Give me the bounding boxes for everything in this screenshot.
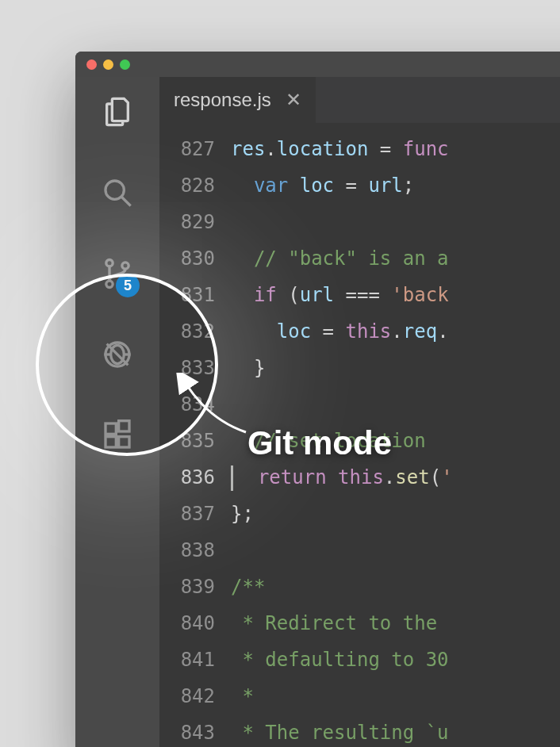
line-number: 837 <box>159 496 215 532</box>
extensions-icon <box>102 419 133 454</box>
code-line[interactable] <box>231 204 560 240</box>
window-fullscreen-button[interactable] <box>120 59 130 70</box>
code-line[interactable]: }; <box>231 496 560 532</box>
svg-point-0 <box>105 181 124 199</box>
line-number-gutter: 8278288298308318328338348358368378388398… <box>159 131 231 747</box>
debug-button[interactable] <box>100 339 135 374</box>
editor-window: 5 response.js ✕ 8278288298 <box>75 52 560 747</box>
line-number: 833 <box>159 350 215 386</box>
code-line[interactable]: return this.set(' <box>231 459 560 496</box>
code-line[interactable]: loc = this.req. <box>231 313 560 350</box>
svg-point-4 <box>122 262 128 269</box>
svg-point-2 <box>106 260 113 266</box>
line-number: 829 <box>159 204 215 240</box>
files-icon <box>102 96 133 131</box>
line-number: 832 <box>159 313 215 350</box>
line-number: 840 <box>159 605 215 642</box>
line-number: 843 <box>159 714 215 747</box>
svg-point-3 <box>106 281 113 287</box>
svg-rect-12 <box>119 437 129 447</box>
code-line[interactable]: if (url === 'back <box>231 277 560 313</box>
line-number: 828 <box>159 167 215 204</box>
search-icon <box>102 177 133 212</box>
editor-area: response.js ✕ 82782882983083183283383483… <box>159 77 560 747</box>
activity-bar: 5 <box>75 77 159 747</box>
source-control-button[interactable]: 5 <box>100 258 135 293</box>
code-line[interactable]: * <box>231 678 560 714</box>
line-number: 834 <box>159 386 215 423</box>
tab-bar: response.js ✕ <box>159 77 560 123</box>
code-editor[interactable]: 8278288298308318328338348358368378388398… <box>159 123 560 747</box>
line-number: 842 <box>159 678 215 714</box>
window-minimize-button[interactable] <box>103 59 113 70</box>
git-changes-badge: 5 <box>116 274 140 297</box>
line-number: 839 <box>159 569 215 605</box>
window-close-button[interactable] <box>86 59 97 70</box>
svg-rect-10 <box>105 423 116 434</box>
line-number: 827 <box>159 131 215 167</box>
line-number: 836 <box>159 459 215 496</box>
code-line[interactable]: } <box>231 350 560 386</box>
line-number: 838 <box>159 532 215 569</box>
svg-line-1 <box>121 197 131 206</box>
editor-tab[interactable]: response.js ✕ <box>159 77 316 123</box>
code-line[interactable]: // "back" is an a <box>231 240 560 277</box>
code-line[interactable] <box>231 386 560 423</box>
code-line[interactable]: * defaulting to 30 <box>231 642 560 678</box>
text-cursor <box>231 465 233 491</box>
line-number: 835 <box>159 423 215 459</box>
window-titlebar <box>75 52 560 77</box>
line-number: 830 <box>159 240 215 277</box>
code-line[interactable]: // set location <box>231 423 560 459</box>
tab-filename: response.js <box>174 89 271 111</box>
code-line[interactable]: var loc = url; <box>231 167 560 204</box>
extensions-button[interactable] <box>100 419 135 454</box>
line-number: 841 <box>159 642 215 678</box>
code-line[interactable] <box>231 532 560 569</box>
search-button[interactable] <box>100 177 135 212</box>
svg-rect-13 <box>119 421 129 431</box>
code-content[interactable]: res.location = func var loc = url; // "b… <box>231 131 560 747</box>
close-icon[interactable]: ✕ <box>286 89 301 111</box>
explorer-button[interactable] <box>100 96 135 131</box>
svg-rect-11 <box>105 437 116 447</box>
code-line[interactable]: * Redirect to the <box>231 605 560 642</box>
debug-icon <box>102 339 133 374</box>
line-number: 831 <box>159 277 215 313</box>
code-line[interactable]: /** <box>231 569 560 605</box>
code-line[interactable]: res.location = func <box>231 131 560 167</box>
code-line[interactable]: * The resulting `u <box>231 714 560 747</box>
